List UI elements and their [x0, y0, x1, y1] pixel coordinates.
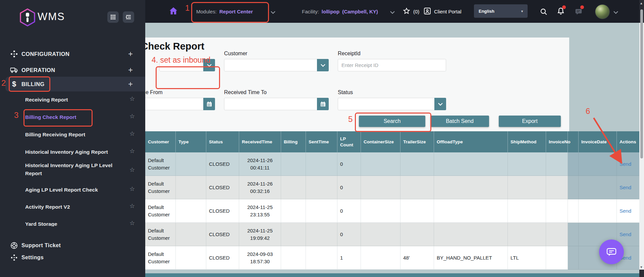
apps-grid-button[interactable] — [107, 11, 119, 23]
user-avatar[interactable] — [595, 4, 610, 19]
customer-select[interactable] — [224, 59, 329, 71]
chevron-down-icon[interactable] — [613, 9, 619, 15]
annotation-step-2: 2 — [1, 78, 6, 88]
table-header-row: Customer Type Status ReceivedTime Billin… — [145, 131, 641, 152]
table-row[interactable]: Default Customer CLOSED 2024-11-2523:13:… — [145, 199, 641, 223]
notifications-bell-icon[interactable] — [556, 7, 566, 17]
calendar-icon[interactable] — [317, 98, 329, 110]
col-containersize[interactable]: ContainerSize — [361, 131, 400, 152]
scrollbar-thumb[interactable] — [640, 9, 643, 158]
sidebar-item-label: Settings — [21, 255, 44, 261]
search-icon[interactable] — [539, 7, 548, 17]
sidebar-item-historical-inventory-aging-report[interactable]: Historical Inventory Aging Report — [25, 148, 122, 156]
wms-logo — [19, 8, 36, 28]
col-customer[interactable]: Customer — [145, 131, 176, 152]
modules-selector[interactable]: Modules: Report Center — [196, 0, 253, 23]
chevron-down-icon[interactable] — [270, 9, 276, 15]
col-senttime[interactable]: SentTime — [306, 131, 337, 152]
star-icon[interactable]: ☆ — [129, 95, 135, 102]
cell-shipmethod — [508, 199, 546, 223]
search-button[interactable]: Search — [359, 116, 425, 127]
language-selector[interactable]: English ▾ — [474, 4, 528, 18]
star-icon[interactable]: ☆ — [129, 166, 135, 174]
col-offloadtype[interactable]: OffloadType — [434, 131, 508, 152]
expand-plus-icon[interactable]: + — [128, 79, 133, 89]
scroll-up-icon[interactable]: ▲ — [640, 1, 643, 5]
sidebar-item-historical-inventory-aging-lp-level-report[interactable]: Historical Inventory Aging LP Level Repo… — [25, 161, 122, 178]
app-screen: Billing Check Report Customer ReceiptId … — [0, 0, 644, 277]
star-icon[interactable]: ☆ — [129, 185, 135, 193]
client-portal-button[interactable]: Client Portal — [423, 0, 462, 23]
scroll-down-icon[interactable]: ▼ — [640, 265, 643, 269]
col-actions[interactable]: Actions — [617, 131, 641, 152]
facility-selector[interactable]: Facility: lollipop (Campbell, KY) — [302, 0, 378, 23]
expand-plus-icon[interactable]: + — [128, 65, 133, 75]
col-lp-count[interactable]: LP Count — [337, 131, 361, 152]
receipt-id-input[interactable] — [338, 59, 446, 71]
star-icon[interactable]: ☆ — [129, 202, 135, 210]
col-type[interactable]: Type — [176, 131, 206, 152]
sidebar-item-aging-lp-level-report-check[interactable]: Aging LP Level Report Check — [25, 186, 122, 194]
horizontal-scrollbar[interactable] — [145, 273, 641, 277]
cell-billing — [281, 199, 306, 223]
sidebar-item-activity-report-v2[interactable]: Activity Report V2 — [25, 203, 122, 211]
col-receivedtime[interactable]: ReceivedTime — [239, 131, 281, 152]
sidebar-item-support-ticket[interactable]: Support Ticket — [0, 239, 145, 252]
star-icon — [402, 7, 411, 16]
sidebar-item-settings[interactable]: Settings — [0, 252, 145, 264]
export-button[interactable]: Export — [499, 116, 561, 127]
star-icon[interactable]: ☆ — [129, 113, 135, 120]
cell-invoiceno — [546, 152, 568, 176]
table-row[interactable]: Default Customer CLOSED 2024-09-0318:57:… — [145, 246, 641, 270]
col-status[interactable]: Status — [206, 131, 239, 152]
expand-plus-icon[interactable]: + — [128, 49, 133, 59]
sidebar-item-yard-storage[interactable]: Yard Storage — [25, 220, 122, 226]
col-shipmethod[interactable]: ShipMethod — [508, 131, 546, 152]
cell-invoicedate — [579, 176, 617, 199]
cell-billing — [281, 223, 306, 246]
chevron-down-icon[interactable] — [317, 59, 329, 71]
cell-senttime — [306, 176, 337, 199]
sidebar-item-operation[interactable]: OPERATION + — [0, 63, 145, 77]
star-icon[interactable]: ☆ — [129, 219, 135, 226]
favorites-count: (0) — [413, 9, 419, 14]
chat-fab-button[interactable] — [599, 239, 624, 264]
chevron-down-icon[interactable] — [390, 9, 395, 15]
batch-send-button[interactable]: Batch Send — [430, 116, 489, 127]
chevron-down-icon[interactable] — [434, 98, 446, 110]
vertical-scrollbar[interactable]: ▲ ▼ — [639, 0, 644, 277]
facility-location: (Campbell, KY) — [342, 9, 378, 14]
cell-trailersize — [400, 199, 434, 223]
collapse-sidebar-button[interactable] — [123, 11, 134, 23]
sidebar-item-billing[interactable]: $ BILLING + — [0, 77, 145, 91]
calendar-icon[interactable] — [203, 98, 215, 110]
sidebar-item-billing-receiving-report[interactable]: Billing Receiving Report — [25, 131, 122, 139]
col-invoiceno[interactable]: InvoiceNo — [546, 131, 568, 152]
send-link[interactable]: Send — [620, 160, 631, 168]
cell-offloadtype — [434, 152, 508, 176]
star-icon[interactable]: ☆ — [129, 147, 135, 155]
home-icon[interactable] — [168, 6, 178, 17]
send-link[interactable]: Send — [620, 231, 631, 238]
sidebar-item-label: OPERATION — [21, 67, 55, 73]
col-trailersize[interactable]: TrailerSize — [400, 131, 434, 152]
cell-status: CLOSED — [206, 246, 239, 270]
annotation-step-5: 5 — [348, 115, 353, 124]
col-billing[interactable]: Billing — [281, 131, 306, 152]
col-invoicedate[interactable]: InvoiceDate — [579, 131, 617, 152]
table-row[interactable]: Default Customer CLOSED 2024-11-2600:41:… — [145, 152, 641, 176]
messages-icon[interactable] — [574, 7, 583, 17]
cell-billing — [281, 152, 306, 176]
send-link[interactable]: Send — [620, 184, 631, 191]
star-icon[interactable]: ☆ — [129, 130, 135, 137]
sidebar-item-configuration[interactable]: CONFIGURATION + — [0, 47, 145, 61]
favorites-button[interactable]: (0) — [402, 0, 419, 23]
sidebar-item-billing-check-report[interactable]: Billing Check Report — [25, 113, 122, 121]
status-select[interactable] — [338, 98, 446, 110]
cell-customer: Default Customer — [145, 246, 176, 270]
received-to-input[interactable] — [224, 98, 329, 110]
sidebar-item-receiving-report[interactable]: Receiving Report — [25, 96, 122, 104]
table-row[interactable]: Default Customer CLOSED 2024-11-2519:09:… — [145, 223, 641, 246]
table-row[interactable]: Default Customer CLOSED 2024-11-2600:32:… — [145, 176, 641, 199]
send-link[interactable]: Send — [620, 207, 631, 215]
